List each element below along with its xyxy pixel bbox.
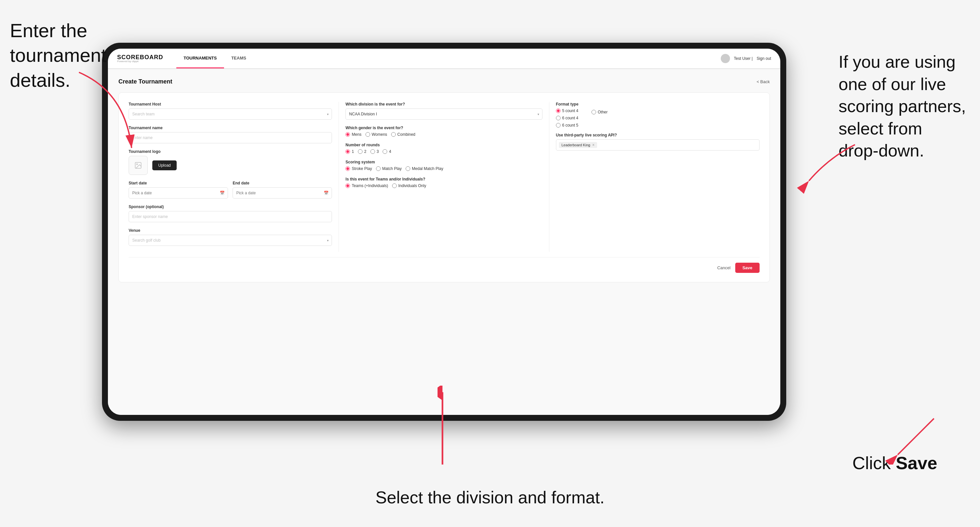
form-col-2: Which division is the event for? NCAA Di… <box>339 102 549 252</box>
rounds-4-radio[interactable] <box>383 149 387 154</box>
form-grid: Tournament Host ▾ Tournament name Tourna <box>129 102 760 252</box>
gender-group: Which gender is the event for? Mens Wome… <box>345 125 542 137</box>
annotation-bottom: Select the division and format. <box>375 487 605 509</box>
rounds-4-label: 4 <box>389 149 391 154</box>
gender-combined-label: Combined <box>398 132 415 137</box>
format-6count4-radio[interactable] <box>556 116 560 120</box>
tournament-host-input[interactable] <box>129 108 332 120</box>
arrow-top-left <box>66 66 148 164</box>
nav-right: Test User | Sign out <box>721 54 771 63</box>
live-scoring-tag-input[interactable]: Leaderboard King × <box>556 140 760 151</box>
tablet-screen: SCOREBOARD Powered by clippit TOURNAMENT… <box>108 49 780 415</box>
venue-group: Venue ▾ <box>129 228 332 246</box>
start-date-input[interactable] <box>129 187 228 198</box>
tournament-name-input[interactable] <box>129 132 332 143</box>
rounds-2[interactable]: 2 <box>358 149 366 154</box>
event-type-label: Is this event for Teams and/or Individua… <box>345 177 542 181</box>
gender-womens-radio[interactable] <box>366 132 370 137</box>
event-teams[interactable]: Teams (+Individuals) <box>345 183 388 188</box>
rounds-2-radio[interactable] <box>358 149 363 154</box>
event-type-group: Is this event for Teams and/or Individua… <box>345 177 542 188</box>
rounds-label: Number of rounds <box>345 143 542 147</box>
event-individuals-label: Individuals Only <box>398 183 426 188</box>
rounds-3-radio[interactable] <box>371 149 375 154</box>
tournament-host-group: Tournament Host ▾ <box>129 102 332 120</box>
format-other[interactable]: Other <box>592 110 608 114</box>
event-individuals-radio[interactable] <box>392 183 397 188</box>
scoring-match-radio[interactable] <box>376 167 380 171</box>
sponsor-input[interactable] <box>129 211 332 222</box>
format-5count4[interactable]: 5 count 4 <box>556 108 578 113</box>
form-footer: Cancel Save <box>129 257 760 273</box>
live-scoring-tag: Leaderboard King × <box>559 142 597 148</box>
gender-womens[interactable]: Womens <box>366 132 387 137</box>
user-text: Test User | <box>734 56 752 61</box>
scoring-radio-group: Stroke Play Match Play Medal Match Play <box>345 167 542 171</box>
format-6count5[interactable]: 6 count 5 <box>556 123 578 127</box>
rounds-group: Number of rounds 1 2 <box>345 143 542 154</box>
event-type-radio-group: Teams (+Individuals) Individuals Only <box>345 183 542 188</box>
avatar <box>721 54 730 63</box>
live-scoring-tag-remove[interactable]: × <box>592 143 595 147</box>
scoring-match-label: Match Play <box>382 167 402 171</box>
scoring-stroke-label: Stroke Play <box>352 167 372 171</box>
rounds-4[interactable]: 4 <box>383 149 391 154</box>
live-scoring-group: Use third-party live scoring API? Leader… <box>556 133 760 151</box>
nav-teams[interactable]: TEAMS <box>224 49 254 68</box>
scoring-medal[interactable]: Medal Match Play <box>406 167 443 171</box>
upload-button[interactable]: Upload <box>152 160 177 170</box>
end-date-label: End date <box>232 181 332 186</box>
rounds-1-radio[interactable] <box>345 149 350 154</box>
tournament-host-label: Tournament Host <box>129 102 332 106</box>
brand-title: SCOREBOARD <box>117 54 163 60</box>
scoring-stroke[interactable]: Stroke Play <box>345 167 372 171</box>
scoring-match[interactable]: Match Play <box>376 167 402 171</box>
format-type-label: Format type <box>556 102 760 106</box>
end-date-input[interactable] <box>232 187 332 198</box>
format-6count5-radio[interactable] <box>556 123 560 127</box>
logo-area: Upload <box>129 156 332 175</box>
rounds-radio-group: 1 2 3 <box>345 149 542 154</box>
format-other-radio[interactable] <box>592 110 596 114</box>
scoring-group: Scoring system Stroke Play Match Play <box>345 160 542 171</box>
event-individuals[interactable]: Individuals Only <box>392 183 426 188</box>
tournament-logo-label: Tournament logo <box>129 149 332 154</box>
date-row: Start date 📅 End date <box>129 181 332 198</box>
rounds-1[interactable]: 1 <box>345 149 354 154</box>
back-link[interactable]: < Back <box>757 79 770 84</box>
start-date-group: Start date 📅 <box>129 181 228 198</box>
format-type-group: Format type 5 count 4 6 count <box>556 102 760 127</box>
brand-subtitle: Powered by clippit <box>117 60 163 63</box>
rounds-2-label: 2 <box>364 149 366 154</box>
scoring-medal-radio[interactable] <box>406 167 410 171</box>
format-other-label: Other <box>598 110 608 114</box>
gender-combined[interactable]: Combined <box>391 132 415 137</box>
event-teams-radio[interactable] <box>345 183 350 188</box>
gender-mens-radio[interactable] <box>345 132 350 137</box>
division-label: Which division is the event for? <box>345 102 542 106</box>
venue-input[interactable] <box>129 235 332 246</box>
rounds-1-label: 1 <box>352 149 354 154</box>
scoring-stroke-radio[interactable] <box>345 167 350 171</box>
tablet-frame: SCOREBOARD Powered by clippit TOURNAMENT… <box>102 43 786 421</box>
gender-combined-radio[interactable] <box>391 132 396 137</box>
gender-mens-label: Mens <box>352 132 361 137</box>
division-group: Which division is the event for? NCAA Di… <box>345 102 542 120</box>
sponsor-group: Sponsor (optional) <box>129 205 332 222</box>
start-date-wrapper: 📅 <box>129 187 228 198</box>
rounds-3[interactable]: 3 <box>371 149 379 154</box>
gender-mens[interactable]: Mens <box>345 132 361 137</box>
nav-tournaments[interactable]: TOURNAMENTS <box>176 49 224 68</box>
format-5count4-radio[interactable] <box>556 108 560 113</box>
arrow-bottom-right <box>881 412 947 465</box>
scoring-medal-label: Medal Match Play <box>412 167 443 171</box>
main-content: Create Tournament < Back Tournament Host… <box>108 69 780 415</box>
signout-link[interactable]: Sign out <box>757 56 771 61</box>
division-select[interactable]: NCAA Division I <box>345 108 542 120</box>
save-button[interactable]: Save <box>735 263 760 273</box>
form-col-3: Format type 5 count 4 6 count <box>549 102 760 252</box>
form-col-1: Tournament Host ▾ Tournament name Tourna <box>129 102 339 252</box>
gender-womens-label: Womens <box>372 132 387 137</box>
format-6count4[interactable]: 6 count 4 <box>556 116 578 120</box>
cancel-button[interactable]: Cancel <box>717 265 730 270</box>
